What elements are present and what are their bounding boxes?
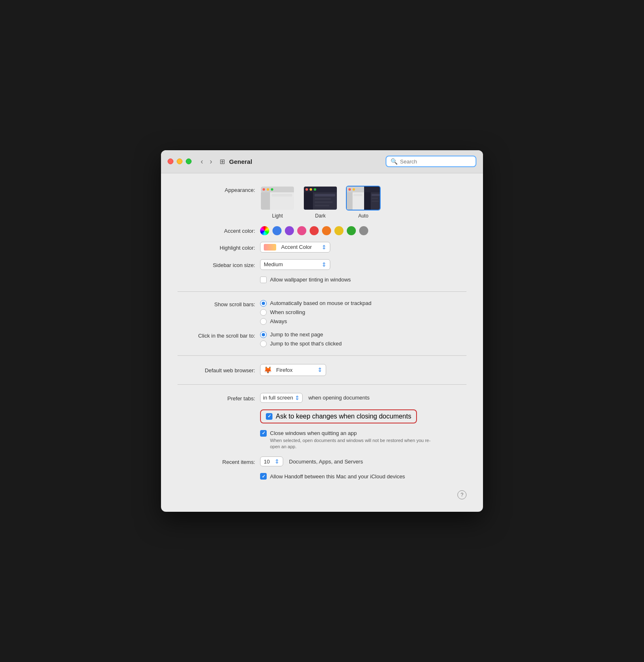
accent-color-label: Accent color: xyxy=(178,227,260,234)
svg-rect-15 xyxy=(304,192,313,210)
click-spot-radio[interactable] xyxy=(260,340,267,347)
accent-color-row: Accent color: xyxy=(178,225,466,235)
svg-rect-24 xyxy=(347,192,353,210)
sidebar-icon-value: Medium xyxy=(264,261,283,267)
prefer-tabs-controls: in full screen ⇕ when opening documents xyxy=(260,393,369,403)
appearance-dark[interactable]: Dark xyxy=(303,186,338,219)
help-container: ? xyxy=(178,486,466,499)
svg-rect-13 xyxy=(310,188,312,191)
prefer-tabs-row: Prefer tabs: in full screen ⇕ when openi… xyxy=(178,393,466,403)
handoff-checkbox[interactable] xyxy=(260,473,267,480)
scroll-scrolling-row: When scrolling xyxy=(260,309,372,316)
scroll-bars-row: Show scroll bars: Automatically based on… xyxy=(178,300,466,325)
window-title: General xyxy=(229,158,252,165)
accent-orange[interactable] xyxy=(322,226,331,235)
recent-items-value: 10 xyxy=(264,459,270,465)
ask-keep-spacer xyxy=(178,416,260,417)
click-scroll-options: Jump to the next page Jump to the spot t… xyxy=(260,331,342,347)
accent-pink[interactable] xyxy=(297,226,306,235)
accent-yellow[interactable] xyxy=(334,226,343,235)
accent-multicolor[interactable] xyxy=(260,226,269,235)
svg-rect-8 xyxy=(272,201,290,203)
back-button[interactable]: ‹ xyxy=(198,156,206,167)
ask-keep-checkbox[interactable] xyxy=(266,413,272,420)
svg-rect-2 xyxy=(263,188,265,191)
close-windows-group: Close windows when quitting an app When … xyxy=(260,430,435,450)
accent-colors xyxy=(260,226,368,235)
svg-rect-33 xyxy=(372,201,379,202)
prefer-tabs-select[interactable]: in full screen ⇕ xyxy=(260,393,303,403)
accent-graphite[interactable] xyxy=(359,226,368,235)
svg-rect-30 xyxy=(364,192,371,210)
scroll-scrolling-radio[interactable] xyxy=(260,309,267,316)
wallpaper-label: Allow wallpaper tinting in windows xyxy=(270,277,351,283)
svg-rect-16 xyxy=(315,194,335,196)
appearance-dark-thumb xyxy=(303,186,338,210)
close-windows-checkbox-row: Close windows when quitting an app xyxy=(260,430,435,437)
minimize-button[interactable] xyxy=(177,158,182,164)
svg-rect-29 xyxy=(364,187,381,192)
click-next-row: Jump to the next page xyxy=(260,331,342,338)
accent-green[interactable] xyxy=(347,226,356,235)
sidebar-icon-select[interactable]: Medium ⇕ xyxy=(260,259,330,270)
click-spot-label: Jump to the spot that's clicked xyxy=(270,340,342,347)
accent-red[interactable] xyxy=(310,226,319,235)
recent-items-suffix: Documents, Apps, and Servers xyxy=(289,459,363,465)
prefer-tabs-arrows: ⇕ xyxy=(295,395,300,401)
wallpaper-checkbox[interactable] xyxy=(260,277,267,283)
wallpaper-spacer xyxy=(178,279,260,280)
svg-rect-1 xyxy=(261,187,295,192)
svg-rect-5 xyxy=(261,192,270,210)
settings-content: Appearance: xyxy=(161,173,483,512)
accent-purple[interactable] xyxy=(285,226,294,235)
search-input[interactable] xyxy=(400,158,471,165)
svg-rect-25 xyxy=(353,194,362,196)
close-windows-note: When selected, open documents and window… xyxy=(270,437,435,450)
prefer-tabs-value: in full screen xyxy=(263,395,293,401)
click-next-label: Jump to the next page xyxy=(270,331,323,338)
handoff-checkbox-row: Allow Handoff between this Mac and your … xyxy=(260,473,405,480)
click-next-radio[interactable] xyxy=(260,331,267,338)
scroll-always-radio[interactable] xyxy=(260,318,267,325)
help-button[interactable]: ? xyxy=(457,490,466,499)
handoff-row: Allow Handoff between this Mac and your … xyxy=(178,473,466,480)
svg-rect-7 xyxy=(272,198,288,200)
svg-rect-27 xyxy=(353,201,362,202)
highlight-color-select[interactable]: Accent Color ⇕ xyxy=(260,242,330,253)
prefer-tabs-suffix: when opening documents xyxy=(308,395,369,401)
forward-button[interactable]: › xyxy=(207,156,215,167)
appearance-dark-label: Dark xyxy=(315,213,325,219)
close-windows-label: Close windows when quitting an app xyxy=(270,430,357,436)
scroll-bars-options: Automatically based on mouse or trackpad… xyxy=(260,300,372,325)
firefox-icon: 🦊 xyxy=(264,366,272,374)
appearance-auto-label: Auto xyxy=(358,213,369,219)
scroll-auto-radio[interactable] xyxy=(260,300,267,307)
search-icon: 🔍 xyxy=(391,158,398,165)
svg-rect-31 xyxy=(372,194,380,196)
scroll-always-row: Always xyxy=(260,318,372,325)
appearance-auto[interactable]: Auto xyxy=(346,186,381,219)
close-button[interactable] xyxy=(168,158,173,164)
appearance-label: Appearance: xyxy=(178,186,260,193)
appearance-auto-thumb xyxy=(346,186,381,210)
recent-items-row: Recent items: 10 ⇕ Documents, Apps, and … xyxy=(178,456,466,466)
svg-rect-6 xyxy=(272,194,292,196)
svg-rect-4 xyxy=(271,188,273,191)
grid-icon[interactable]: ⊞ xyxy=(220,158,225,166)
recent-items-label: Recent items: xyxy=(178,458,260,465)
wallpaper-row: Allow wallpaper tinting in windows xyxy=(178,277,466,283)
appearance-options: Light xyxy=(260,186,381,219)
appearance-light[interactable]: Light xyxy=(260,186,295,219)
click-scroll-row: Click in the scroll bar to: Jump to the … xyxy=(178,331,466,347)
prefer-tabs-label: Prefer tabs: xyxy=(178,394,260,402)
sidebar-icon-arrows: ⇕ xyxy=(322,261,327,268)
maximize-button[interactable] xyxy=(186,158,192,164)
browser-select[interactable]: 🦊 Firefox ⇕ xyxy=(260,364,326,376)
close-windows-checkbox[interactable] xyxy=(260,430,267,437)
recent-items-select[interactable]: 10 ⇕ xyxy=(260,456,283,466)
highlight-color-value: Accent Color xyxy=(281,244,312,250)
close-windows-spacer xyxy=(178,430,260,431)
divider-3 xyxy=(178,384,466,385)
close-windows-row: Close windows when quitting an app When … xyxy=(178,430,466,450)
accent-blue[interactable] xyxy=(272,226,282,235)
